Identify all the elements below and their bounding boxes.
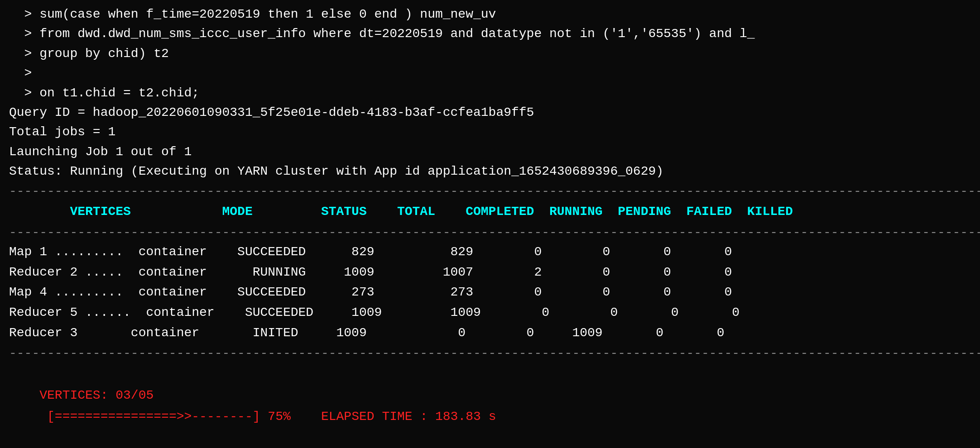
launching-line: Launching Job 1 out of 1 [9, 142, 971, 162]
vertices-label: VERTICES: 03/05 [39, 388, 154, 402]
progress-percent: 75% [260, 410, 291, 424]
code-line-3: > group by chid) t2 [9, 44, 971, 63]
total-jobs-line: Total jobs = 1 [9, 122, 971, 142]
elapsed-value: 183.83 s [435, 410, 496, 424]
code-line-5: > on t1.chid = t2.chid; [9, 83, 971, 103]
status-line: Status: Running (Executing on YARN clust… [9, 162, 971, 181]
table-row-reducer5: Reducer 5 ...... container SUCCEEDED 100… [9, 303, 971, 323]
table-row-map4: Map 4 ......... container SUCCEEDED 273 … [9, 282, 971, 303]
progress-bar-start: [ [39, 410, 55, 424]
progress-bar-arrow: =>> [169, 410, 192, 424]
separator-1: ----------------------------------------… [9, 181, 971, 201]
table-row-reducer3: Reducer 3 container INITED 1009 0 0 1009… [9, 323, 971, 343]
progress-bar-fill: =============== [55, 410, 169, 424]
separator-3: ----------------------------------------… [9, 343, 971, 363]
progress-line: VERTICES: 03/05 [================>>-----… [9, 363, 971, 448]
table-header: VERTICES MODE STATUS TOTAL COMPLETED RUN… [9, 201, 971, 223]
progress-bar-empty: -------- [192, 410, 252, 424]
terminal: > sum(case when f_time=20220519 then 1 e… [0, 0, 980, 448]
progress-bar-end: ] [253, 410, 260, 424]
code-line-1: > sum(case when f_time=20220519 then 1 e… [9, 5, 971, 24]
table-row-reducer2: Reducer 2 ..... container RUNNING 1009 1… [9, 262, 971, 283]
query-id-line: Query ID = hadoop_20220601090331_5f25e01… [9, 103, 971, 122]
elapsed-label: ELAPSED TIME : [291, 410, 435, 424]
code-line-4: > [9, 63, 971, 83]
table-row-map1: Map 1 ......... container SUCCEEDED 829 … [9, 242, 971, 262]
code-line-2: > from dwd.dwd_num_sms_iccc_user_info wh… [9, 24, 971, 43]
separator-2: ----------------------------------------… [9, 223, 971, 242]
